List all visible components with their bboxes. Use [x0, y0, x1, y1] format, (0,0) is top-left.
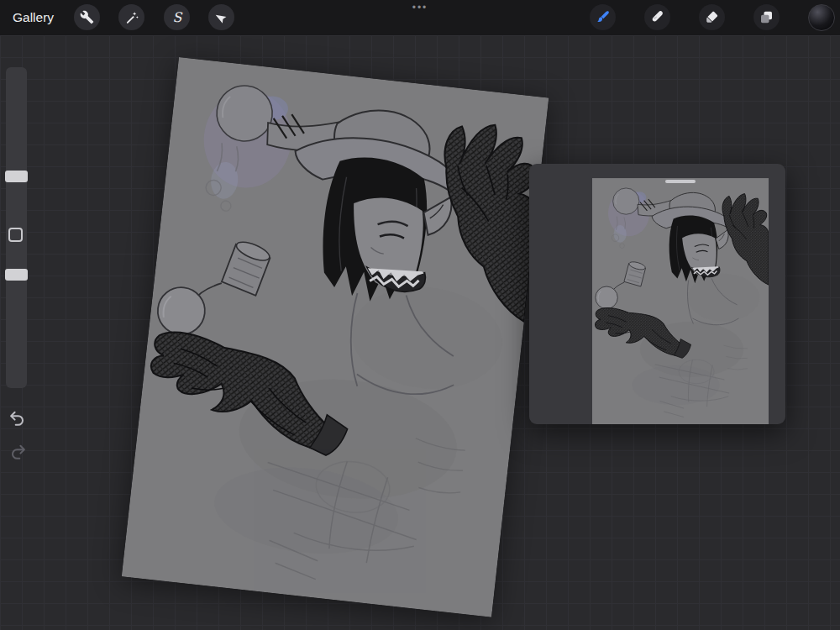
modify-button[interactable] [8, 228, 23, 242]
smudge-finger-icon [649, 9, 665, 25]
reference-panel[interactable] [529, 164, 785, 424]
eraser-icon [704, 9, 720, 25]
current-color-swatch [808, 4, 835, 31]
undo-icon [8, 408, 28, 428]
brush-size-slider[interactable] [5, 171, 28, 182]
paint-button[interactable] [590, 4, 616, 30]
undo-button[interactable] [7, 408, 29, 430]
canvas[interactable] [122, 57, 549, 617]
brush-opacity-slider[interactable] [5, 269, 28, 281]
artwork-drawing [122, 57, 549, 617]
redo-icon [8, 442, 28, 462]
erase-button[interactable] [699, 4, 725, 30]
smudge-button[interactable] [644, 4, 670, 30]
layers-icon [759, 9, 774, 25]
reference-preview-image [592, 178, 769, 424]
workspace [0, 35, 840, 630]
paintbrush-icon [595, 9, 611, 25]
reference-drag-handle[interactable] [665, 180, 696, 183]
redo-button[interactable] [7, 442, 29, 464]
layers-button[interactable] [753, 4, 780, 30]
color-button[interactable] [807, 3, 836, 32]
top-toolbar: Gallery S ••• [0, 0, 840, 35]
